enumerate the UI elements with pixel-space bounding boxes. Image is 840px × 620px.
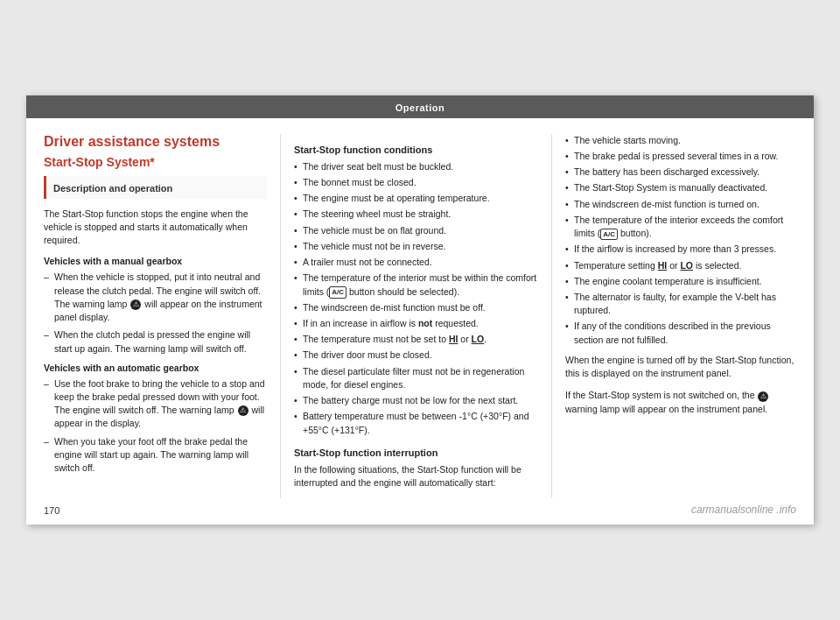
ac-badge-2: A/C: [600, 229, 618, 241]
conditions-list: The driver seat belt must be buckled. Th…: [294, 160, 538, 437]
lo-text-2: LO: [680, 260, 693, 271]
list-item: If in an increase in airflow is not requ…: [294, 317, 538, 330]
auto-gearbox-list: Use the foot brake to bring the vehicle …: [44, 377, 267, 476]
list-item: The engine must be at operating temperat…: [294, 192, 538, 205]
list-item: The steering wheel must be straight.: [294, 208, 538, 221]
outro-text-2: If the Start-Stop system is not switched…: [565, 389, 796, 415]
page-number: 170: [44, 505, 60, 516]
list-item: The driver door must be closed.: [294, 349, 538, 362]
list-item: The vehicle must be on flat ground.: [294, 224, 538, 237]
section-title: Start-Stop System*: [44, 155, 267, 169]
list-item: The battery has been discharged excessiv…: [565, 166, 796, 179]
warning-icon: ⚠: [130, 299, 141, 310]
header-title: Operation: [396, 102, 444, 113]
warning-icon-2: ⚠: [238, 405, 248, 416]
intro-text: The Start-Stop function stops the engine…: [44, 208, 267, 248]
conditions-title: Start-Stop function conditions: [294, 144, 538, 155]
list-item: The driver seat belt must be buckled.: [294, 160, 538, 173]
page-title: Driver assistance systems: [44, 134, 267, 150]
interruption-title: Start-Stop function interruption: [294, 447, 538, 458]
warning-icon-3: ⚠: [758, 391, 768, 402]
description-box: Description and operation: [44, 176, 267, 199]
not-text: not: [418, 318, 432, 328]
ac-badge: A/C: [329, 286, 346, 299]
list-item: The battery charge must not be low for t…: [294, 394, 538, 407]
list-item: The temperature of the interior exceeds …: [565, 214, 796, 240]
list-item: The brake pedal is pressed several times…: [565, 150, 796, 163]
list-item: When the vehicle is stopped, put it into…: [44, 271, 267, 324]
list-item: The vehicle starts moving.: [565, 134, 796, 147]
list-item: The windscreen de-mist function is turne…: [565, 198, 796, 211]
list-item: The engine coolant temperature is insuff…: [565, 275, 796, 288]
list-item: If any of the conditions described in th…: [565, 320, 796, 346]
list-item: When you take your foot off the brake pe…: [44, 435, 267, 476]
interruption-intro: In the following situations, the Start-S…: [294, 463, 538, 490]
content-area: Driver assistance systems Start-Stop Sys…: [26, 118, 814, 525]
list-item: If the airflow is increased by more than…: [565, 243, 796, 256]
list-item: The temperature of the interior must be …: [294, 271, 538, 298]
manual-gearbox-list: When the vehicle is stopped, put it into…: [44, 271, 267, 355]
list-item: The bonnet must be closed.: [294, 176, 538, 189]
list-item: The alternator is faulty, for example th…: [565, 291, 796, 317]
list-item: Use the foot brake to bring the vehicle …: [44, 377, 267, 431]
hi-text-2: HI: [658, 260, 668, 271]
hi-text: HI: [449, 334, 458, 344]
list-item: When the clutch pedal is pressed the eng…: [44, 328, 267, 355]
outro-text-1: When the engine is turned off by the Sta…: [565, 354, 796, 380]
interruption-list: The vehicle starts moving. The brake ped…: [565, 134, 796, 347]
list-item: The temperature must not be set to HI or…: [294, 333, 538, 346]
right-column: The vehicle starts moving. The brake ped…: [551, 134, 796, 498]
list-item: A trailer must not be connected.: [294, 256, 538, 269]
manual-gearbox-title: Vehicles with a manual gearbox: [44, 256, 267, 266]
list-item: The vehicle must not be in reverse.: [294, 240, 538, 253]
page-container: Operation Driver assistance systems Star…: [26, 95, 814, 525]
header-bar: Operation: [26, 95, 814, 118]
left-column: Driver assistance systems Start-Stop Sys…: [44, 134, 280, 498]
auto-gearbox-title: Vehicles with an automatic gearbox: [44, 363, 267, 373]
list-item: The diesel particulate filter must not b…: [294, 365, 538, 391]
lo-text: LO: [472, 334, 485, 344]
middle-column: Start-Stop function conditions The drive…: [280, 134, 551, 498]
list-item: The Start-Stop System is manually deacti…: [565, 181, 796, 194]
watermark: carmanualsonline .info: [691, 504, 796, 516]
list-item: The windscreen de-mist function must be …: [294, 301, 538, 314]
list-item: Temperature setting HI or LO is selected…: [565, 259, 796, 272]
list-item: Battery temperature must be between -1°C…: [294, 410, 538, 436]
description-label: Description and operation: [53, 183, 172, 194]
